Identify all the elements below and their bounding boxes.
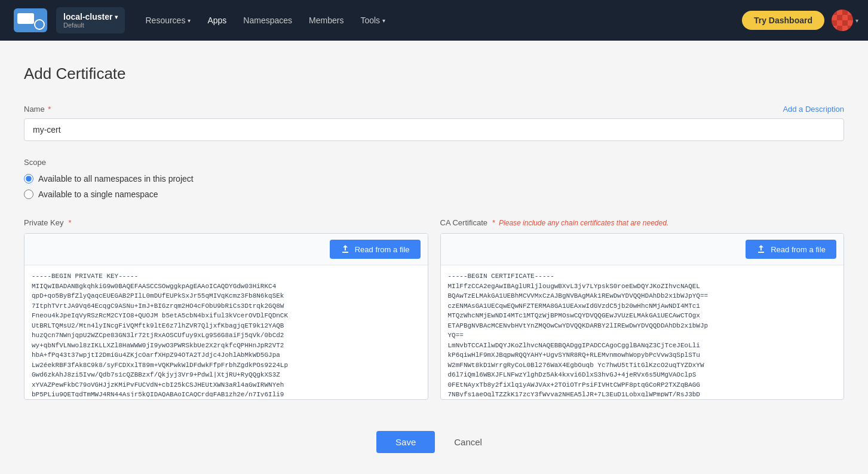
scope-radio-group: Available to all namespaces in this proj… [24, 174, 844, 199]
ca-cert-required: * [492, 218, 495, 227]
ca-cert-toolbar: Read from a file [441, 234, 844, 265]
ca-cert-textarea[interactable] [441, 265, 844, 397]
private-key-textarea-wrapper [24, 265, 428, 399]
cancel-button[interactable]: Cancel [444, 431, 492, 453]
private-key-textarea[interactable] [24, 265, 428, 397]
scope-all-radio[interactable] [24, 174, 33, 184]
ca-cert-box: Read from a file [440, 233, 845, 400]
main-content: Add Certificate Name * Add a Description… [0, 41, 868, 474]
upload-icon [756, 244, 766, 254]
private-key-required: * [68, 218, 71, 227]
nav-item-resources[interactable]: Resources ▾ [137, 11, 199, 30]
scope-section: Scope Available to all namespaces in thi… [24, 158, 844, 199]
cluster-chevron-icon: ▾ [115, 14, 118, 20]
save-button[interactable]: Save [376, 431, 435, 453]
scope-single-radio[interactable] [24, 189, 33, 199]
cert-panels: Private Key * Read from a file [24, 218, 844, 400]
nav-item-members[interactable]: Members [300, 11, 352, 30]
name-label: Name * [24, 105, 51, 114]
avatar-pattern [832, 10, 853, 31]
ca-cert-label: CA Certificate * Please include any chai… [440, 218, 845, 227]
private-key-label: Private Key * [24, 218, 428, 227]
cluster-name: local-cluster ▾ [63, 12, 118, 22]
name-row: Name * Add a Description [24, 105, 844, 114]
avatar[interactable] [832, 10, 853, 31]
cluster-env: Default [63, 22, 84, 29]
nav-item-namespaces[interactable]: Namespaces [235, 11, 300, 30]
navbar: local-cluster ▾ Default Resources ▾ Apps… [0, 0, 868, 41]
nav-item-tools[interactable]: Tools ▾ [352, 11, 394, 30]
scope-label: Scope [24, 158, 844, 167]
ca-cert-panel: CA Certificate * Please include any chai… [440, 218, 845, 400]
scope-single-namespace[interactable]: Available to a single namespace [24, 189, 844, 199]
tools-chevron-icon: ▾ [382, 17, 385, 24]
private-key-toolbar: Read from a file [24, 234, 428, 265]
nav-item-apps[interactable]: Apps [199, 11, 235, 30]
form-actions: Save Cancel [24, 419, 844, 465]
name-required: * [46, 105, 51, 114]
resources-chevron-icon: ▾ [188, 17, 191, 24]
cluster-selector[interactable]: local-cluster ▾ Default [56, 7, 125, 33]
ca-cert-hint: Please include any chain certificates th… [499, 219, 668, 227]
page-title: Add Certificate [24, 65, 844, 83]
scope-all-namespaces[interactable]: Available to all namespaces in this proj… [24, 174, 844, 184]
name-input[interactable] [24, 118, 844, 141]
private-key-panel: Private Key * Read from a file [24, 218, 428, 400]
ca-cert-textarea-wrapper [441, 265, 844, 399]
try-dashboard-button[interactable]: Try Dashboard [742, 11, 824, 30]
logo[interactable] [10, 5, 51, 36]
private-key-box: Read from a file [24, 233, 428, 400]
private-key-read-file-button[interactable]: Read from a file [330, 240, 421, 259]
avatar-chevron-icon[interactable]: ▾ [855, 17, 858, 24]
add-description-link[interactable]: Add a Description [783, 105, 844, 114]
logo-shape [14, 8, 47, 32]
ca-cert-read-file-button[interactable]: Read from a file [746, 240, 836, 259]
upload-icon [341, 244, 350, 254]
